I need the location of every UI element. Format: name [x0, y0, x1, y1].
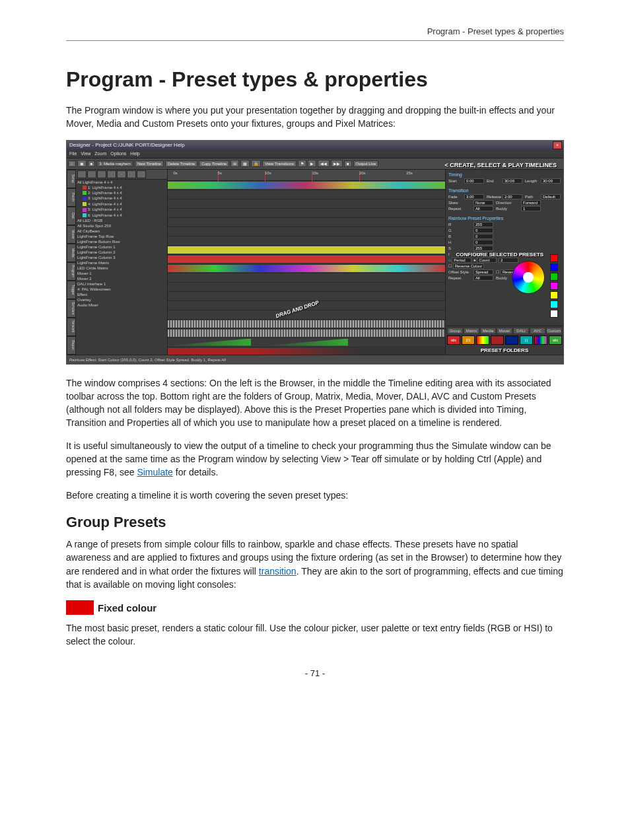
tab-report[interactable]: Report	[67, 336, 76, 355]
skew-field[interactable]: None	[473, 200, 493, 205]
r-field[interactable]: 255	[473, 222, 493, 227]
b-field[interactable]: 0	[473, 234, 493, 239]
menu-zoom[interactable]: Zoom	[94, 151, 106, 156]
play-icon[interactable]: ▶	[308, 160, 316, 167]
period-radio[interactable]: ○ Period	[448, 258, 473, 263]
delete-timeline-button[interactable]: Delete Timeline	[165, 160, 197, 167]
flag-icon[interactable]: ⚑	[298, 160, 306, 167]
close-icon[interactable]: ×	[553, 141, 562, 149]
count-radio[interactable]: ● Count	[473, 258, 499, 263]
end-field[interactable]: 30:00	[503, 178, 522, 184]
browser-item[interactable]: LightFrame Bottom Row	[76, 239, 167, 244]
lock-icon[interactable]: 🔒	[251, 160, 261, 167]
tab-patch[interactable]: Patch	[67, 188, 76, 207]
next-icon[interactable]: ▶▶	[331, 160, 343, 167]
preset-chip[interactable]	[491, 335, 504, 345]
tab-dial[interactable]: Dial	[67, 207, 76, 225]
browser-item[interactable]: LightFrame Matrix	[76, 260, 167, 265]
snap-icon[interactable]: ⊞	[230, 160, 239, 167]
browser-item[interactable]: All LightFrame 4 x 4	[76, 180, 167, 185]
timeline-block[interactable]	[168, 246, 445, 254]
browser-expand-icon[interactable]	[77, 170, 87, 178]
browser-first-icon[interactable]	[97, 170, 106, 178]
browser-item[interactable]: Mover 2	[76, 276, 167, 281]
tab-media[interactable]: Media	[67, 244, 76, 262]
s-field[interactable]: 255	[473, 246, 493, 251]
browser-item[interactable]: 4: LightFrame 4 x 4	[76, 201, 167, 207]
length-field[interactable]: 30:00	[541, 178, 561, 184]
menu-options[interactable]: Options	[110, 151, 126, 156]
browser-item[interactable]: 2: LightFrame 4 x 4	[76, 190, 167, 195]
count-field[interactable]: 2	[499, 258, 518, 263]
browser-item[interactable]: Effect	[76, 292, 167, 297]
browser-item[interactable]: Overlay	[76, 297, 167, 302]
timeline-block[interactable]	[168, 348, 445, 355]
swatch-white[interactable]	[550, 310, 558, 318]
preset-chip[interactable]	[505, 335, 518, 345]
tab-network[interactable]: Network	[67, 318, 76, 336]
browser-item[interactable]: All LED - RGB	[76, 218, 167, 223]
direction-field[interactable]: Forward	[521, 200, 541, 205]
timeline-area[interactable]: 0s 5s 10s 15s 20s 25s	[168, 170, 445, 355]
tab-trigger[interactable]: Trigger	[67, 281, 76, 299]
open-icon[interactable]: ▣	[77, 160, 87, 167]
timeline-block[interactable]	[265, 339, 348, 346]
transition-link[interactable]: transition	[259, 566, 297, 577]
timeline-select[interactable]: 3: Media mayhem	[96, 160, 133, 167]
new-timeline-button[interactable]: New Timeline	[135, 160, 164, 167]
p-repeat-field[interactable]: All	[473, 275, 493, 281]
menu-help[interactable]: Help	[130, 151, 139, 156]
swatch-magenta[interactable]	[550, 282, 558, 290]
fade-field[interactable]: 3:00	[464, 194, 484, 199]
buddy-field[interactable]: 1	[521, 206, 541, 211]
timeline-block[interactable]	[168, 256, 445, 263]
start-field[interactable]: 0:00	[464, 178, 484, 184]
browser-item[interactable]: LightFrame Column 1	[76, 244, 167, 250]
folder-tab-media[interactable]: Media	[480, 328, 496, 334]
timeline-block[interactable]	[168, 339, 251, 346]
grid-icon[interactable]: ▦	[240, 160, 250, 167]
stop-icon[interactable]: ■	[344, 160, 352, 167]
view-transitions-button[interactable]: View Transitions	[262, 160, 297, 167]
swatch-red[interactable]	[550, 254, 558, 262]
browser-last-icon[interactable]	[127, 170, 136, 178]
browser-item[interactable]: All Studio Spot 250	[76, 223, 167, 228]
browser-item[interactable]: 6: LightFrame 4 x 4	[76, 213, 167, 218]
tab-program[interactable]: Program	[67, 262, 76, 281]
folder-tab-matrix[interactable]: Matrix	[464, 328, 479, 334]
browser-ptr-icon[interactable]	[137, 170, 146, 178]
swatch-blue[interactable]	[550, 263, 558, 271]
folder-tab-dali[interactable]: DALI	[513, 328, 529, 334]
timeline-block[interactable]	[168, 265, 445, 272]
offset-style-field[interactable]: Spread	[473, 269, 493, 275]
browser-filter-icon[interactable]	[87, 170, 96, 178]
prev-icon[interactable]: ◀◀	[318, 160, 330, 167]
preset-chip[interactable]	[534, 335, 547, 345]
browser-item[interactable]: DALI Interface 1	[76, 281, 167, 287]
new-file-icon[interactable]: □	[68, 160, 76, 167]
tab-setup[interactable]: Setup	[67, 170, 76, 188]
save-icon[interactable]: ■	[88, 160, 96, 167]
folder-tab-avc[interactable]: AVC	[530, 328, 545, 334]
browser-item[interactable]: Mover 1	[76, 271, 167, 276]
g-field[interactable]: 0	[473, 228, 493, 233]
simulate-link[interactable]: Simulate	[137, 467, 172, 477]
browser-item[interactable]: LightFrame Top Row	[76, 234, 167, 239]
preset-chip[interactable]	[476, 335, 489, 345]
browser-item[interactable]: LED Circle Matrix	[76, 265, 167, 271]
preset-chip[interactable]: [·]	[520, 335, 533, 345]
timeline-block[interactable]	[168, 330, 445, 337]
path-field[interactable]: Default	[541, 194, 561, 199]
browser-item[interactable]: 3: LightFrame 4 x 4	[76, 195, 167, 201]
preset-chip[interactable]: [O]	[462, 335, 475, 345]
tab-mover[interactable]: Mover	[67, 225, 76, 244]
swatch-green[interactable]	[550, 273, 558, 281]
preset-chip[interactable]: abc	[447, 335, 460, 345]
browser-item[interactable]: LightFrame Column 3	[76, 255, 167, 260]
timeline-block[interactable]	[168, 320, 445, 328]
browser-item[interactable]: Audio Mixer	[76, 302, 167, 308]
folder-tab-group[interactable]: Group	[447, 328, 463, 334]
browser-prev-icon[interactable]	[107, 170, 116, 178]
reverse-colour-checkbox[interactable]: ☐ Reverse Colour	[448, 263, 484, 269]
output-live-button[interactable]: Output Live	[353, 160, 379, 167]
